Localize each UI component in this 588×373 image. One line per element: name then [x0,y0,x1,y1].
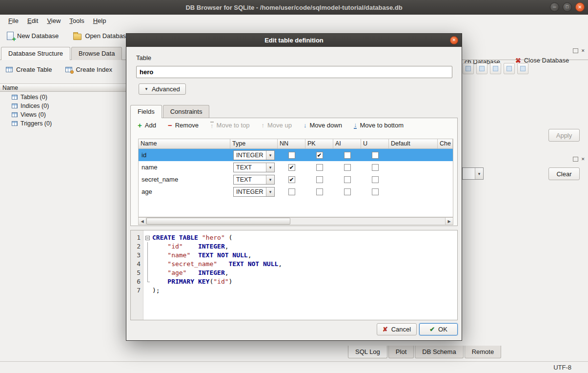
dock-float-icon[interactable] [573,157,578,162]
ai-checkbox[interactable] [344,176,351,183]
column-header-nn[interactable]: NN [278,139,305,148]
nn-checkbox[interactable]: ✔ [288,164,295,171]
fold-marker [143,242,151,251]
u-checkbox[interactable] [372,152,379,159]
field-name-cell[interactable]: id [139,149,230,161]
minimize-icon[interactable]: ─ [550,2,559,12]
u-checkbox[interactable] [372,164,379,171]
nn-checkbox[interactable]: ✔ [288,176,295,183]
ai-checkbox[interactable] [344,164,351,171]
fold-marker[interactable] [143,233,151,242]
move-down-button[interactable]: ↓Move down [304,122,342,129]
menu-file[interactable]: File [4,16,23,26]
cancel-button[interactable]: ✘ Cancel [377,323,417,335]
cell-toolbar-icon[interactable] [490,63,501,74]
field-name-cell[interactable]: secret_name [139,173,230,186]
field-name-cell[interactable]: name [139,161,230,173]
ai-checkbox[interactable] [344,188,351,195]
add-button[interactable]: +Add [138,122,156,129]
dialog-tab-fields[interactable]: Fields [130,105,162,118]
tree-item-tables-0[interactable]: Tables (0) [0,93,126,102]
log-filter-combobox[interactable]: ▾ [462,167,484,180]
open-database-button[interactable]: Open Database [70,30,132,42]
check-cell[interactable] [438,161,453,173]
default-cell[interactable] [389,161,438,173]
collapse-icon[interactable] [145,236,150,240]
encoding-indicator[interactable]: UTF-8 [553,364,571,371]
check-cell[interactable] [438,186,453,198]
new-database-button[interactable]: New Database [4,30,61,42]
column-header-name[interactable]: Name [139,139,230,148]
bottom-tab-plot[interactable]: Plot [388,346,414,358]
remove-button[interactable]: −Remove [168,122,199,129]
column-header-che[interactable]: Che [438,139,453,148]
tab-database-structure[interactable]: Database Structure [1,47,70,60]
default-cell[interactable] [389,186,438,198]
column-header-u[interactable]: U [361,139,389,148]
column-header-default[interactable]: Default [389,139,438,148]
horizontal-scrollbar[interactable]: ◀ ▶ [138,217,453,225]
tree-item-indices-0[interactable]: Indices (0) [0,102,126,110]
pk-checkbox[interactable] [316,188,323,195]
cell-toolbar-icon[interactable] [463,63,474,74]
scroll-left-icon[interactable]: ◀ [139,218,146,225]
cell-toolbar-icon[interactable] [517,63,528,74]
dock-close-icon[interactable]: ✕ [581,157,585,162]
check-cell[interactable] [438,173,453,186]
menu-tools[interactable]: Tools [65,16,88,26]
menu-edit[interactable]: Edit [23,16,42,26]
pk-checkbox[interactable]: ✔ [316,152,323,159]
cell-toolbar-icon[interactable] [476,63,487,74]
field-name-cell[interactable]: age [139,186,230,198]
type-combobox[interactable]: INTEGER▾ [233,187,275,197]
bottom-tab-sql-log[interactable]: SQL Log [348,346,387,358]
dialog-close-icon[interactable]: ✕ [450,36,458,44]
type-combobox[interactable]: INTEGER▾ [233,150,275,160]
default-cell[interactable] [389,149,438,161]
column-header-type[interactable]: Type [230,139,278,148]
nn-checkbox[interactable] [288,188,295,195]
sql-code[interactable]: CREATE TABLE "hero" ( "id" INTEGER, "nam… [151,230,457,320]
type-combobox[interactable]: TEXT▾ [233,175,275,185]
u-checkbox[interactable] [372,176,379,183]
create-index-button[interactable]: Create Index [62,64,115,75]
bottom-tab-remote[interactable]: Remote [465,346,502,358]
ok-button[interactable]: ✔ OK [419,323,458,335]
u-checkbox[interactable] [372,188,379,195]
default-cell[interactable] [389,173,438,186]
type-combobox[interactable]: TEXT▾ [233,163,275,172]
column-header-ai[interactable]: AI [333,139,361,148]
maximize-icon[interactable]: □ [563,2,572,12]
field-row-age[interactable]: ageINTEGER▾ [139,186,453,198]
pk-checkbox[interactable] [316,176,323,183]
move-to-bottom-button[interactable]: ↓Move to bottom [354,122,404,129]
field-row-id[interactable]: idINTEGER▾✔ [139,149,453,161]
scroll-track[interactable] [146,218,445,225]
table-name-input[interactable] [136,66,452,78]
dock-close-icon[interactable]: ✕ [581,49,585,53]
menu-help[interactable]: Help [89,16,111,26]
dialog-tab-constraints[interactable]: Constraints [163,105,210,118]
ai-checkbox[interactable] [344,152,351,159]
cell-toolbar-icon[interactable] [504,63,515,74]
close-icon[interactable]: ✕ [575,2,585,12]
field-row-name[interactable]: nameTEXT▾✔ [139,161,453,173]
field-row-secret-name[interactable]: secret_nameTEXT▾✔ [139,173,453,186]
tree-item-label: Indices (0) [20,103,49,109]
bottom-tab-db-schema[interactable]: DB Schema [415,346,463,358]
tab-browse-data[interactable]: Browse Data [71,47,122,60]
clear-button[interactable]: Clear [548,167,580,180]
tree-item-views-0[interactable]: Views (0) [0,110,126,119]
dock-float-icon[interactable] [573,48,578,53]
check-cell[interactable] [438,149,453,161]
scroll-thumb[interactable] [146,218,290,225]
nn-checkbox[interactable] [288,152,295,159]
tree-header-name[interactable]: Name [0,83,126,92]
advanced-toggle-button[interactable]: ▼ Advanced [139,83,186,95]
create-table-button[interactable]: Create Table [3,64,55,75]
column-header-pk[interactable]: PK [305,139,333,148]
menu-view[interactable]: View [42,16,65,26]
scroll-right-icon[interactable]: ▶ [445,218,453,225]
pk-checkbox[interactable] [316,164,323,171]
tree-item-triggers-0[interactable]: Triggers (0) [0,119,126,128]
